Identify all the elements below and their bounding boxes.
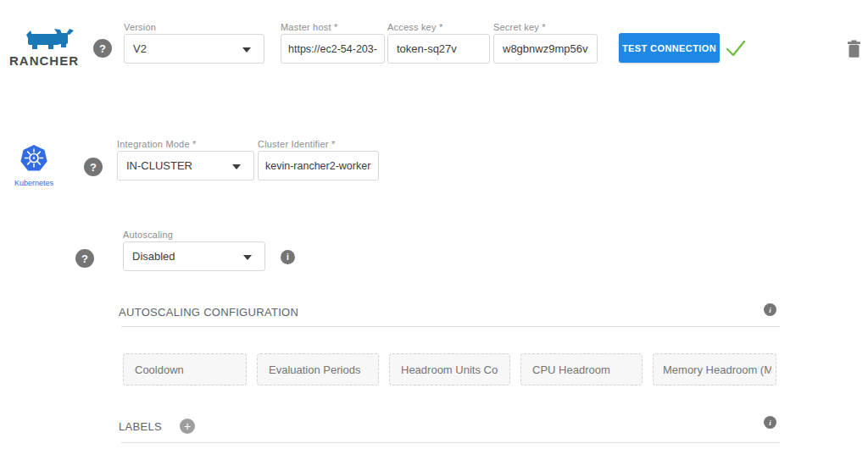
secret-key-label: Secret key * <box>493 22 598 32</box>
cluster-identifier-label: Cluster Identifier * <box>258 139 379 149</box>
master-host-group: Master host * <box>281 22 385 64</box>
autoscaling-value: Disabled <box>132 250 175 263</box>
autoscaling-help-icon[interactable]: ? <box>75 249 94 268</box>
integration-mode-value: IN-CLUSTER <box>126 159 192 172</box>
cluster-identifier-group: Cluster Identifier * <box>258 139 379 180</box>
kubernetes-logo: Kubernetes <box>8 143 60 187</box>
master-host-input[interactable] <box>288 43 377 55</box>
autoscaling-select[interactable]: Autoscaling Disabled <box>123 230 265 271</box>
secret-key-group: Secret key * <box>493 22 598 64</box>
labels-section-title: LABELS <box>119 420 162 433</box>
cpu-headroom-field <box>520 353 643 386</box>
rancher-help-icon[interactable]: ? <box>93 39 112 58</box>
version-value: V2 <box>133 42 147 55</box>
secret-key-input[interactable] <box>503 42 588 55</box>
autoscaling-configuration-title: AUTOSCALING CONFIGURATION <box>119 306 298 319</box>
kubernetes-logo-text: Kubernetes <box>8 179 60 187</box>
memory-headroom-field <box>653 353 776 386</box>
access-key-label: Access key * <box>387 22 490 32</box>
evaluation-periods-field <box>257 353 379 386</box>
master-host-label: Master host * <box>281 22 385 32</box>
test-connection-button[interactable]: TEST CONNECTION <box>619 33 720 63</box>
cpu-headroom-input <box>521 363 642 376</box>
autoscaling-configuration-info-icon[interactable]: i <box>764 303 776 316</box>
autoscaling-info-icon[interactable]: i <box>281 250 295 264</box>
integration-mode-label: Integration Mode * <box>117 139 254 149</box>
labels-info-icon[interactable]: i <box>764 416 776 429</box>
cooldown-input <box>124 363 246 376</box>
autoscaling-configuration-divider <box>121 326 780 327</box>
version-label: Version <box>124 22 264 32</box>
trash-icon <box>847 40 861 58</box>
rancher-logo: RANCHER <box>9 29 90 68</box>
integration-mode-select[interactable]: Integration Mode * IN-CLUSTER <box>117 139 254 180</box>
cluster-identifier-input[interactable] <box>265 160 371 172</box>
integration-settings-page: RANCHER ? Version V2 Master host * Acces… <box>0 0 868 466</box>
chevron-down-icon <box>232 164 241 169</box>
chevron-down-icon <box>242 47 251 53</box>
autoscaling-label: Autoscaling <box>123 230 265 240</box>
rancher-bull-icon <box>25 29 75 49</box>
headroom-units-count-field <box>389 353 510 386</box>
memory-headroom-input <box>654 363 776 376</box>
access-key-input[interactable] <box>397 42 481 55</box>
add-label-button[interactable]: + <box>180 419 195 434</box>
kubernetes-help-icon[interactable]: ? <box>84 158 103 176</box>
evaluation-periods-input <box>258 363 378 376</box>
delete-integration-button[interactable] <box>846 40 861 58</box>
kubernetes-helm-icon <box>19 143 49 174</box>
cooldown-field <box>123 353 247 386</box>
headroom-units-count-input <box>390 363 509 376</box>
chevron-down-icon <box>243 255 252 260</box>
labels-divider <box>121 442 780 443</box>
version-select[interactable]: Version V2 <box>124 22 264 64</box>
rancher-logo-text: RANCHER <box>9 53 90 68</box>
connection-success-check-icon <box>725 38 747 62</box>
access-key-group: Access key * <box>387 22 490 64</box>
